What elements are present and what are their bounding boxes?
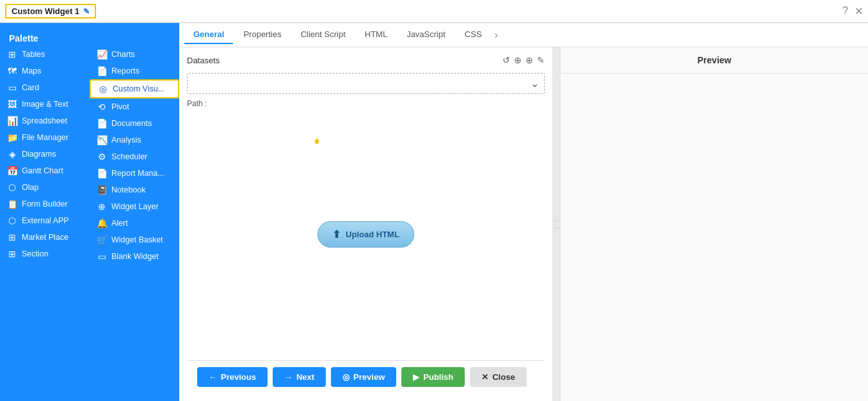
tab-properties[interactable]: Properties — [234, 26, 290, 44]
sidebar-item-file-manager[interactable]: 📁File Manager — [0, 129, 90, 146]
sidebar-item-alert[interactable]: 🔔Alert — [90, 215, 179, 232]
scheduler-icon: ⚙ — [96, 152, 108, 162]
close-label: Close — [492, 372, 515, 382]
dropdown-arrow-icon[interactable]: ⌄ — [531, 77, 539, 90]
sidebar-item-widget-basket[interactable]: 🛒Widget Basket — [90, 232, 179, 248]
sidebar-item-documents[interactable]: 📄Documents — [90, 115, 179, 132]
next-button[interactable]: → Next — [273, 367, 326, 387]
tab-javascript[interactable]: JavaScript — [398, 26, 454, 44]
prev-label: Previous — [221, 372, 256, 382]
widget-layer-icon: ⊕ — [96, 201, 108, 212]
sidebar-col-2: 📈Charts📄Reports◎Custom Visu...⟲Pivot📄Doc… — [90, 46, 179, 265]
gantt-chart-icon: 📅 — [6, 166, 18, 176]
upload-icon: ⬆ — [332, 228, 341, 240]
section-icon: ⊞ — [6, 249, 18, 259]
path-row: Path : — [187, 99, 545, 108]
preview-button[interactable]: ◎ Preview — [331, 367, 396, 387]
notebook-icon: 📓 — [96, 185, 108, 195]
sidebar-item-report-mana[interactable]: 📄Report Mana... — [90, 165, 179, 182]
publish-button[interactable]: ▶ Publish — [401, 367, 465, 387]
close-icon: ✕ — [481, 372, 488, 382]
sidebar-label-scheduler: Scheduler — [111, 152, 147, 161]
sidebar-label-widget-layer: Widget Layer — [111, 202, 159, 211]
tab-client-script[interactable]: Client Script — [292, 26, 355, 44]
sidebar-item-diagrams[interactable]: ◈Diagrams — [0, 146, 90, 162]
yellow-dot — [315, 139, 319, 144]
upload-html-button[interactable]: ⬆ Upload HTML — [317, 221, 414, 248]
sidebar-item-blank-widget[interactable]: ▭Blank Widget — [90, 248, 179, 265]
sidebar-item-olap[interactable]: ⬡Olap — [0, 179, 90, 196]
report-mana-icon: 📄 — [96, 168, 108, 178]
sidebar-item-card[interactable]: ▭Card — [0, 79, 90, 96]
sidebar-col-1: ⊞Tables🗺Maps▭Card🖼Image & Text📊Spreadshe… — [0, 46, 90, 265]
sidebar-item-image-text[interactable]: 🖼Image & Text — [0, 96, 90, 113]
edit-dataset-icon[interactable]: ✎ — [537, 55, 545, 65]
sidebar-label-file-manager: File Manager — [22, 133, 68, 142]
maps-icon: 🗺 — [6, 66, 18, 76]
tab-html[interactable]: HTML — [356, 26, 396, 44]
add-dataset-icon[interactable]: ⊕ — [514, 55, 522, 65]
tab-general[interactable]: General — [184, 26, 233, 44]
sidebar-label-diagrams: Diagrams — [22, 150, 56, 159]
upload-area: ⬆ Upload HTML — [187, 113, 545, 355]
panel-left: Datasets ↺ ⊕ ⊕ ✎ ⌄ Path : — [179, 47, 553, 401]
tabs-more-icon[interactable]: › — [495, 29, 498, 41]
window-actions: ? ✕ — [842, 5, 863, 17]
datasets-dropdown[interactable]: ⌄ — [187, 73, 545, 94]
sidebar-label-olap: Olap — [22, 183, 38, 192]
tabs-bar: GeneralPropertiesClient ScriptHTMLJavaSc… — [179, 23, 868, 47]
refresh-icon[interactable]: ↺ — [502, 55, 510, 65]
sidebar-item-pivot[interactable]: ⟲Pivot — [90, 98, 179, 115]
sidebar-item-tables[interactable]: ⊞Tables — [0, 46, 90, 63]
form-builder-icon: 📋 — [6, 199, 18, 209]
external-app-icon: ⬡ — [6, 216, 18, 226]
sidebar-item-notebook[interactable]: 📓Notebook — [90, 182, 179, 198]
sidebar-label-widget-basket: Widget Basket — [111, 235, 163, 244]
palette-title: Palette — [0, 29, 179, 46]
sidebar-label-notebook: Notebook — [111, 185, 146, 194]
sidebar-item-charts[interactable]: 📈Charts — [90, 46, 179, 63]
sidebar-item-scheduler[interactable]: ⚙Scheduler — [90, 148, 179, 165]
olap-icon: ⬡ — [6, 182, 18, 193]
tab-css[interactable]: CSS — [456, 26, 491, 44]
file-manager-icon: 📁 — [6, 132, 18, 143]
sidebar-label-pivot: Pivot — [111, 102, 129, 111]
alert-icon: 🔔 — [96, 218, 108, 228]
help-icon[interactable]: ? — [842, 5, 848, 17]
sidebar-item-maps[interactable]: 🗺Maps — [0, 63, 90, 79]
sidebar-label-gantt-chart: Gantt Chart — [22, 166, 63, 175]
tables-icon: ⊞ — [6, 49, 18, 59]
sidebar-label-alert: Alert — [111, 219, 128, 228]
sidebar-item-spreadsheet[interactable]: 📊Spreadsheet — [0, 113, 90, 129]
blank-widget-icon: ▭ — [96, 251, 108, 262]
sidebar-item-widget-layer[interactable]: ⊕Widget Layer — [90, 198, 179, 215]
sidebar-label-custom-visu: Custom Visu... — [113, 84, 165, 93]
prev-icon: ← — [209, 372, 217, 382]
window-close-icon[interactable]: ✕ — [855, 5, 863, 17]
image-text-icon: 🖼 — [6, 99, 18, 109]
resize-handle[interactable]: ⋮⋮ — [553, 47, 561, 401]
content-area: GeneralPropertiesClient ScriptHTMLJavaSc… — [179, 23, 868, 401]
title-text: Custom Widget 1 — [12, 6, 79, 16]
edit-icon[interactable]: ✎ — [83, 7, 90, 16]
previous-button[interactable]: ← Previous — [197, 367, 268, 387]
preview-label: Preview — [353, 372, 385, 382]
sidebar-columns: ⊞Tables🗺Maps▭Card🖼Image & Text📊Spreadshe… — [0, 46, 179, 265]
preview-title: Preview — [561, 47, 868, 74]
plus-circle-icon[interactable]: ⊕ — [526, 55, 533, 65]
sidebar-item-reports[interactable]: 📄Reports — [90, 63, 179, 79]
sidebar-item-analysis[interactable]: 📉Analysis — [90, 132, 179, 148]
sidebar-item-market-place[interactable]: ⊞Market Place — [0, 229, 90, 246]
sidebar-item-section[interactable]: ⊞Section — [0, 246, 90, 262]
sidebar-item-gantt-chart[interactable]: 📅Gantt Chart — [0, 162, 90, 179]
close-button[interactable]: ✕ Close — [470, 367, 526, 387]
sidebar-label-analysis: Analysis — [111, 136, 141, 145]
widget-basket-icon: 🛒 — [96, 235, 108, 245]
charts-icon: 📈 — [96, 49, 108, 59]
sidebar-item-external-app[interactable]: ⬡External APP — [0, 212, 90, 229]
sidebar-item-custom-visu[interactable]: ◎Custom Visu... — [90, 79, 179, 98]
sidebar-label-image-text: Image & Text — [22, 100, 68, 109]
sidebar-item-form-builder[interactable]: 📋Form Builder — [0, 196, 90, 212]
datasets-label: Datasets — [187, 56, 220, 65]
sidebar-label-tables: Tables — [22, 50, 45, 59]
